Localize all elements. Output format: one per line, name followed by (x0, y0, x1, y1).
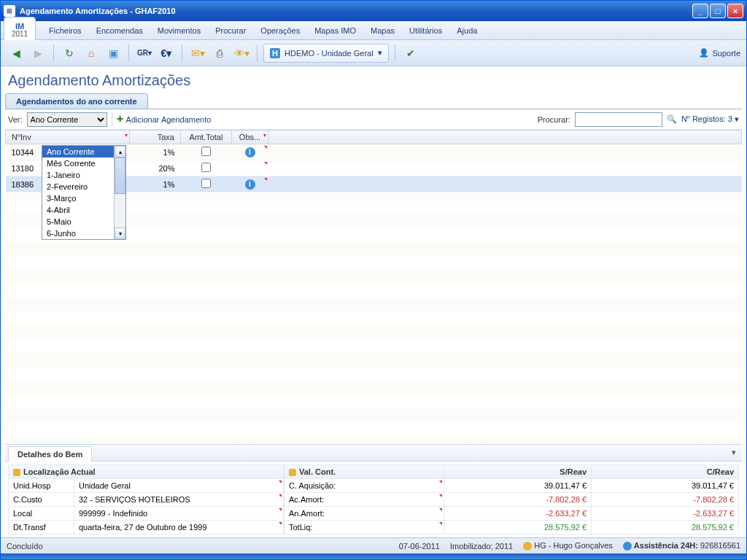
sreav-header: S/Reav (444, 464, 592, 478)
view-icon[interactable]: 👁▾ (232, 44, 251, 63)
hospital-icon: H (270, 48, 280, 58)
titlebar: ⊞ Agendamento Amortizações - GHAF2010 _ … (1, 1, 746, 21)
home-icon[interactable]: ⌂ (82, 44, 101, 63)
dropdown-option[interactable]: 1-Janeiro (42, 169, 114, 181)
filter-bar: Ver: Ano Corrente ✚ Adicionar Agendament… (5, 109, 742, 130)
col-amt[interactable]: Amt.Total (181, 131, 232, 144)
ver-dropdown-list[interactable]: Ano CorrenteMês Corrente1-Janeiro2-Fever… (42, 145, 126, 240)
val-row: Ac.Amort:-7.802,28 €-7.802,28 € (285, 493, 739, 507)
dropdown-option[interactable]: 4-Abril (42, 204, 114, 216)
dropdown-option[interactable]: 6-Junho (42, 228, 114, 239)
amt-checkbox[interactable] (181, 160, 232, 176)
status-assist: Assistência 24H: 926816561 (623, 541, 740, 551)
collapse-icon[interactable]: ▾ (726, 445, 742, 460)
menu-mapas imo[interactable]: Mapas IMO (307, 23, 363, 38)
menu-procurar[interactable]: Procurar (208, 23, 253, 38)
euro-icon[interactable]: €▾ (157, 44, 176, 63)
col-inv[interactable]: NºInv▾ (6, 131, 130, 144)
menu-movimentos[interactable]: Movimentos (150, 23, 208, 38)
globe-icon (623, 542, 632, 551)
scroll-down-icon[interactable]: ▾ (115, 228, 125, 239)
status-text: Concluído (7, 542, 43, 551)
minimize-button[interactable]: _ (692, 4, 708, 18)
search-icon[interactable]: 🔍 (667, 114, 677, 124)
loc-row: Dt.Transfquarta-feira, 27 de Outubro de … (9, 521, 284, 534)
details-panel: Detalhes do Bem ▾ Localização Actual Uni… (5, 444, 742, 537)
menu-mapas[interactable]: Mapas (363, 23, 402, 38)
grid: NºInv▾ Taxa Amt.Total Obs...▾ 103441%i13… (5, 130, 742, 444)
dropdown-option[interactable]: Mês Corrente (42, 158, 114, 169)
statusbar: Concluído 07-06-2011 Imobilizado; 2011 H… (1, 537, 746, 553)
refresh-icon[interactable]: ↻ (60, 44, 79, 63)
loc-row: Local999999 - Indefinido (9, 507, 284, 521)
menu-encomendas[interactable]: Encomendas (89, 23, 150, 38)
mail-icon[interactable]: ✉▾ (188, 44, 207, 63)
tab-detalhes[interactable]: Detalhes do Bem (8, 446, 92, 462)
search-input[interactable] (575, 112, 662, 127)
col-taxa[interactable]: Taxa (130, 131, 181, 144)
scroll-up-icon[interactable]: ▴ (115, 146, 125, 158)
dropdown-option[interactable]: 3-Março (42, 192, 114, 204)
dropdown-option[interactable]: 5-Maio (42, 216, 114, 228)
close-button[interactable]: × (727, 4, 743, 18)
plus-icon: ✚ (117, 114, 123, 124)
loc-row: Unid.HospUnidade Geral (9, 479, 284, 493)
valcont-header: Val. Cont. (285, 464, 444, 478)
maximize-button[interactable]: □ (710, 4, 726, 18)
new-window-icon[interactable]: ▣ (104, 44, 123, 63)
amt-checkbox[interactable] (181, 144, 232, 160)
col-obs[interactable]: Obs...▾ (232, 131, 268, 144)
page-title: Agendamento Amortizações (8, 72, 742, 89)
val-row: C. Aquisição:39.011,47 €39.011,47 € (285, 479, 739, 493)
status-user: HG - Hugo Gonçalves (523, 541, 613, 551)
dropdown-option[interactable]: Ano Corrente (42, 146, 114, 158)
dropdown-option[interactable]: 2-Fevereiro (42, 181, 114, 192)
info-icon[interactable]: i (245, 179, 255, 190)
value-marker-icon (289, 469, 296, 476)
record-count[interactable]: Nº Registos: 3 ▾ (681, 114, 739, 124)
menu-operações[interactable]: Operações (253, 23, 307, 38)
user-icon (523, 542, 532, 551)
location-marker-icon (13, 469, 20, 476)
search-label: Procurar: (538, 115, 570, 124)
status-period: Imobilizado; 2011 (450, 542, 513, 551)
val-row: An.Amort:-2.633,27 €-2.633,27 € (285, 507, 739, 521)
menu-ajuda[interactable]: Ajuda (449, 23, 484, 38)
window-title: Agendamento Amortizações - GHAF2010 (20, 7, 692, 15)
menu-ficheiros[interactable]: Ficheiros (42, 23, 89, 38)
tab-row: Agendamentos do ano corrente (5, 93, 742, 109)
add-agendamento-button[interactable]: ✚ Adicionar Agendamento (117, 114, 212, 124)
tab-agendamentos[interactable]: Agendamentos do ano corrente (5, 93, 148, 109)
scrollbar[interactable]: ▴ ▾ (114, 146, 125, 239)
scroll-thumb[interactable] (115, 158, 125, 194)
toolbar: ◀ ▶ ↻ ⌂ ▣ GR▾ €▾ ✉▾ ⎙ 👁▾ H HDEMO - Unida… (1, 40, 746, 66)
forward-icon[interactable]: ▶ (28, 44, 47, 63)
status-date: 07-06-2011 (399, 542, 440, 551)
info-icon[interactable]: i (245, 147, 255, 158)
gr-icon[interactable]: GR▾ (135, 44, 154, 63)
creav-header: C/Reav (592, 464, 739, 478)
support-icon: 👤 (699, 48, 709, 58)
ver-label: Ver: (8, 115, 23, 124)
amt-checkbox[interactable] (181, 176, 232, 192)
menubar: IM2011 FicheirosEncomendasMovimentosProc… (1, 21, 746, 40)
support-link[interactable]: 👤 Suporte (699, 48, 740, 58)
loc-header: Localização Actual (9, 464, 284, 478)
back-icon[interactable]: ◀ (7, 44, 26, 63)
app-icon: ⊞ (4, 5, 15, 17)
ver-select[interactable]: Ano Corrente (27, 112, 107, 127)
print-icon[interactable]: ⎙ (210, 44, 229, 63)
check-icon[interactable]: ✔ (401, 44, 420, 63)
unit-dropdown[interactable]: H HDEMO - Unidade Geral ▾ (263, 44, 389, 63)
val-row: TotLiq:28.575,92 €28.575,92 € (285, 521, 739, 534)
loc-row: C.Custo32 - SERVIÇOS HOTELEIROS (9, 493, 284, 507)
menu-utilitários[interactable]: Utilitários (402, 23, 449, 38)
chevron-down-icon: ▾ (378, 48, 382, 58)
